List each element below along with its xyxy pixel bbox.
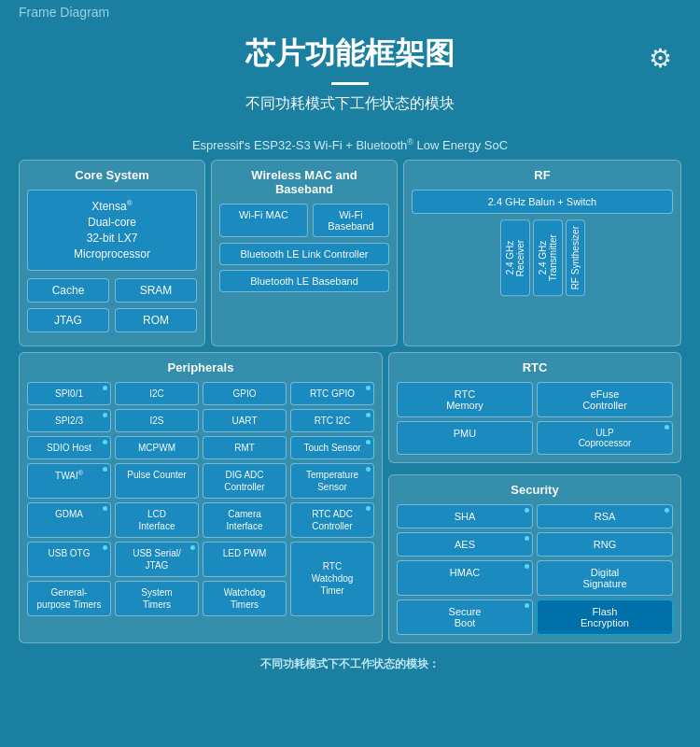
- rf-receiver-button[interactable]: 2.4 GHzReceiver: [500, 219, 530, 296]
- bt-link-button[interactable]: Bluetooth LE Link Controller: [219, 243, 389, 265]
- chip-label: Espressif's ESP32-S3 Wi-Fi + Bluetooth® …: [0, 137, 700, 152]
- peripherals-title: Peripherals: [27, 360, 374, 374]
- bottom-row: Peripherals SPI0/1 I2C GPIO RTC GPIO SPI…: [0, 352, 700, 643]
- rf-transmitter-button[interactable]: 2.4 GHzTransmitter: [533, 219, 563, 296]
- gpio-button[interactable]: GPIO: [203, 382, 287, 405]
- rtc-title: RTC: [397, 360, 673, 374]
- mcpwm-button[interactable]: MCPWM: [115, 436, 199, 459]
- efuse-button[interactable]: eFuseController: [537, 382, 673, 417]
- lcd-interface-button[interactable]: LCDInterface: [115, 502, 199, 538]
- rtc-i2c-button[interactable]: RTC I2C: [290, 409, 374, 432]
- twai-button[interactable]: TWAI®: [27, 463, 111, 499]
- rf-balun-button[interactable]: 2.4 GHz Balun + Switch: [412, 190, 673, 214]
- hmac-button[interactable]: HMAC: [397, 560, 533, 596]
- rf-title: RF: [412, 168, 673, 182]
- ulp-button[interactable]: ULPCoprocessor: [537, 421, 673, 455]
- rmt-button[interactable]: RMT: [203, 436, 287, 459]
- processor-box: Xtensa®Dual-core32-bit LX7Microprocessor: [27, 190, 197, 270]
- aes-button[interactable]: AES: [397, 532, 533, 557]
- top-row: Core System Xtensa®Dual-core32-bit LX7Mi…: [0, 160, 700, 345]
- spi23-button[interactable]: SPI2/3: [27, 409, 111, 432]
- rsa-button[interactable]: RSA: [537, 504, 673, 529]
- wireless-mac-title: Wireless MAC andBaseband: [219, 168, 389, 196]
- footer-text: 不同功耗模式下不工作状态的模块：: [0, 649, 700, 680]
- rf-box: RF 2.4 GHz Balun + Switch 2.4 GHzReceive…: [403, 160, 681, 345]
- pmu-button[interactable]: PMU: [397, 421, 533, 455]
- jtag-rom-row: JTAG ROM: [27, 308, 197, 332]
- wifi-baseband-button[interactable]: Wi-FiBaseband: [313, 204, 389, 237]
- system-timers-button[interactable]: SystemTimers: [115, 581, 199, 616]
- page-title-zh: 芯片功能框架图: [19, 34, 681, 75]
- rf-synthesizer-button[interactable]: RF Synthesizer: [566, 219, 585, 296]
- cache-sram-row: Cache SRAM: [27, 278, 197, 303]
- jtag-button[interactable]: JTAG: [27, 308, 109, 332]
- breadcrumb: Frame Diagram: [0, 0, 700, 24]
- digital-signature-button[interactable]: DigitalSignature: [537, 560, 673, 596]
- security-box: Security SHA RSA AES RNG HMAC DigitalSig…: [388, 474, 681, 643]
- rtc-box: RTC RTCMemory eFuseController PMU ULPCop…: [388, 352, 681, 463]
- peripherals-box: Peripherals SPI0/1 I2C GPIO RTC GPIO SPI…: [19, 352, 383, 643]
- camera-interface-button[interactable]: CameraInterface: [203, 502, 287, 538]
- gp-timers-button[interactable]: General-purpose Timers: [27, 581, 111, 616]
- bt-baseband-button[interactable]: Bluetooth LE Baseband: [219, 270, 389, 292]
- i2c-button[interactable]: I2C: [115, 382, 199, 405]
- uart-button[interactable]: UART: [203, 409, 287, 432]
- secure-boot-button[interactable]: SecureBoot: [397, 599, 533, 635]
- gear-icon[interactable]: ⚙: [649, 43, 672, 74]
- core-system-title: Core System: [27, 168, 197, 182]
- watchdog-timers-button[interactable]: WatchdogTimers: [203, 581, 287, 616]
- divider: [331, 82, 369, 85]
- temp-sensor-button[interactable]: TemperatureSensor: [290, 463, 374, 499]
- page-header: 芯片功能框架图 不同功耗模式下工作状态的模块 ⚙: [0, 24, 700, 123]
- spi01-button[interactable]: SPI0/1: [27, 382, 111, 405]
- touch-sensor-button[interactable]: Touch Sensor: [290, 436, 374, 459]
- wifi-mac-button[interactable]: Wi-Fi MAC: [219, 204, 308, 237]
- core-system-box: Core System Xtensa®Dual-core32-bit LX7Mi…: [19, 160, 205, 345]
- flash-encryption-button[interactable]: FlashEncryption: [537, 599, 673, 635]
- usb-otg-button[interactable]: USB OTG: [27, 542, 111, 577]
- rf-bottom: 2.4 GHzReceiver 2.4 GHzTransmitter RF Sy…: [412, 219, 673, 296]
- usb-serial-button[interactable]: USB Serial/JTAG: [115, 542, 199, 577]
- gdma-button[interactable]: GDMA: [27, 502, 111, 538]
- rng-button[interactable]: RNG: [537, 532, 673, 557]
- security-title: Security: [397, 483, 673, 497]
- rtc-gpio-button[interactable]: RTC GPIO: [290, 382, 374, 405]
- page-subtitle: 不同功耗模式下工作状态的模块: [19, 94, 681, 114]
- rtc-watchdog-button[interactable]: RTCWatchdogTimer: [290, 542, 374, 616]
- wireless-mac-box: Wireless MAC andBaseband Wi-Fi MAC Wi-Fi…: [211, 160, 398, 345]
- dig-adc-button[interactable]: DIG ADCController: [203, 463, 287, 499]
- pulse-counter-button[interactable]: Pulse Counter: [115, 463, 199, 499]
- led-pwm-button[interactable]: LED PWM: [203, 542, 287, 577]
- sha-button[interactable]: SHA: [397, 504, 533, 529]
- cache-button[interactable]: Cache: [27, 278, 109, 303]
- rom-button[interactable]: ROM: [115, 308, 197, 332]
- sram-button[interactable]: SRAM: [115, 278, 197, 303]
- security-grid: SHA RSA AES RNG HMAC DigitalSignature Se…: [397, 504, 673, 635]
- rtc-memory-button[interactable]: RTCMemory: [397, 382, 533, 417]
- i2s-button[interactable]: I2S: [115, 409, 199, 432]
- sdio-host-button[interactable]: SDIO Host: [27, 436, 111, 459]
- peripherals-grid: SPI0/1 I2C GPIO RTC GPIO SPI2/3 I2S UART…: [27, 382, 374, 616]
- wifi-row: Wi-Fi MAC Wi-FiBaseband: [219, 204, 389, 237]
- rtc-grid: RTCMemory eFuseController PMU ULPCoproce…: [397, 382, 673, 455]
- rtc-adc-button[interactable]: RTC ADCController: [290, 502, 374, 538]
- rtc-security-column: RTC RTCMemory eFuseController PMU ULPCop…: [388, 352, 681, 643]
